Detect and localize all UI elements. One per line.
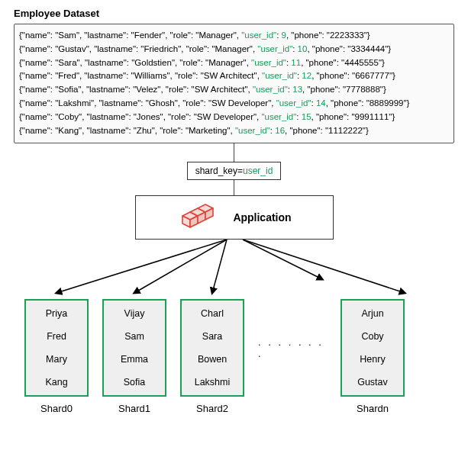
shard-stack: VijaySamEmmaSofia: [102, 299, 166, 397]
shard-label: Shard0: [40, 403, 73, 414]
svg-line-4: [243, 240, 405, 293]
dataset-record: {"name": "Kang", "lastname": "Zhu", "rol…: [19, 124, 449, 138]
shard-item: Mary: [46, 354, 67, 365]
svg-line-2: [212, 240, 227, 293]
dataset-record: {"name": "Sam", "lastname": "Fender", "r…: [19, 29, 449, 43]
shard-stack: CharlSaraBowenLakshmi: [180, 299, 244, 397]
dataset-record: {"name": "Fred", "lastname": "Williams",…: [19, 69, 449, 83]
dataset-record: {"name": "Coby", "lastname": "Jones", "r…: [19, 111, 449, 124]
svg-line-0: [56, 240, 227, 293]
application-label: Application: [233, 211, 291, 224]
shard-item: Gustav: [357, 377, 388, 388]
shard-item: Sofia: [124, 377, 146, 388]
shards-row: PriyaFredMaryKangShard0VijaySamEmmaSofia…: [14, 299, 454, 414]
connector-top: [234, 143, 234, 162]
shard-2: CharlSaraBowenLakshmiShard2: [180, 299, 244, 414]
shard-label: Shard2: [196, 403, 228, 414]
dataset-record: {"name": "Gustav", "lastname": "Friedric…: [19, 43, 449, 56]
shard-item: Bowen: [198, 354, 227, 365]
dataset-record: {"name": "Sara", "lastname": "Goldstien"…: [19, 56, 449, 70]
shard-item: Priya: [46, 308, 67, 319]
shard-item: Arjun: [361, 308, 383, 319]
shard-stack: PriyaFredMaryKang: [24, 299, 89, 397]
arrows: [14, 240, 454, 299]
connector-mid: [234, 180, 234, 195]
shard-stack: ArjunCobyHenryGustav: [341, 299, 405, 397]
shard-ellipsis: . . . . . . . .: [258, 336, 327, 376]
shard-key-box: shard_key=user_id: [187, 162, 282, 180]
application-box: Application: [135, 195, 334, 240]
shard-key-label: shard_key: [195, 166, 237, 176]
shard-0: PriyaFredMaryKangShard0: [24, 299, 89, 414]
shard-label: Shardn: [357, 403, 389, 414]
shard-item: Coby: [361, 331, 383, 342]
shard-item: Henry: [360, 354, 385, 365]
svg-line-3: [243, 240, 322, 279]
svg-line-1: [134, 240, 227, 293]
shard-item: Emma: [121, 354, 148, 365]
shard-item: Charl: [201, 308, 224, 319]
shard-1: VijaySamEmmaSofiaShard1: [102, 299, 166, 414]
dataset-box: {"name": "Sam", "lastname": "Fender", "r…: [14, 24, 454, 143]
page-title: Employee Dataset: [14, 8, 454, 19]
dataset-record: {"name": "Sofia", "lastname": "Velez", "…: [19, 83, 449, 97]
shard-3: ArjunCobyHenryGustavShardn: [341, 299, 405, 414]
shard-item: Fred: [47, 331, 66, 342]
shard-key-value: user_id: [243, 166, 273, 176]
shard-item: Sam: [124, 331, 144, 342]
shard-label: Shard1: [118, 403, 150, 414]
shard-item: Lakshmi: [195, 377, 231, 388]
cubes-icon: [176, 202, 219, 233]
shard-item: Vijay: [124, 308, 145, 319]
shard-item: Sara: [202, 331, 222, 342]
shard-item: Kang: [45, 377, 67, 388]
dataset-record: {"name": "Lakshmi", "lastname": "Ghosh",…: [19, 97, 449, 111]
